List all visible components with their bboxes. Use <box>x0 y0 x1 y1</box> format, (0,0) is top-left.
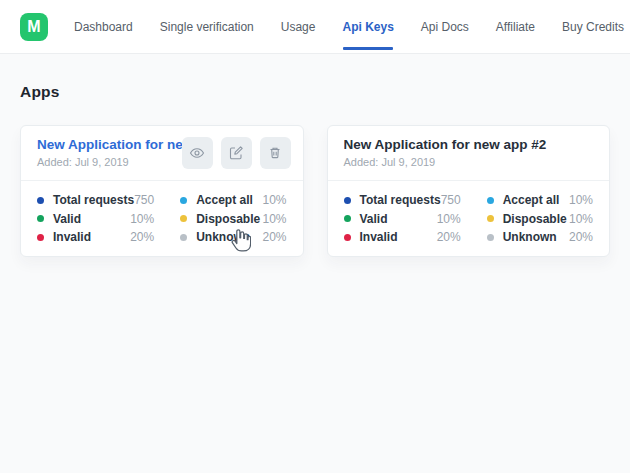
logo-letter: M <box>27 18 40 36</box>
app-card: New Application for ne... Added: Jul 9, … <box>20 125 304 257</box>
edit-button[interactable] <box>221 137 252 169</box>
stat-total-requests: Total requests 750 <box>344 191 461 210</box>
app-card: New Application for new app #2 Added: Ju… <box>327 125 611 257</box>
stat-disposable: Disposable 10% <box>487 210 593 229</box>
app-title: New Application for new app #2 <box>344 137 584 152</box>
stat-value: 750 <box>441 193 461 207</box>
app-cards-row: New Application for ne... Added: Jul 9, … <box>20 125 610 257</box>
app-logo[interactable]: M <box>20 13 48 41</box>
stat-dot <box>344 215 351 222</box>
stat-accept-all: Accept all 10% <box>487 191 593 210</box>
stat-dot <box>487 215 494 222</box>
stat-label: Disposable <box>196 212 260 226</box>
stat-label: Valid <box>360 212 388 226</box>
stat-dot <box>487 197 494 204</box>
stat-value: 10% <box>130 212 154 226</box>
card-header: New Application for new app #2 Added: Ju… <box>328 126 610 181</box>
stat-label: Accept all <box>196 193 253 207</box>
card-actions <box>182 137 291 169</box>
nav-item-usage[interactable]: Usage <box>281 0 316 53</box>
nav-item-dashboard[interactable]: Dashboard <box>74 0 133 53</box>
page-title: Apps <box>20 54 610 101</box>
top-nav: M Dashboard Single verification Usage Ap… <box>0 0 630 54</box>
stat-label: Disposable <box>503 212 567 226</box>
stat-unknown: Unknown 20% <box>180 228 286 247</box>
nav-item-buy-credits[interactable]: Buy Credits <box>562 0 624 53</box>
stats-grid: Total requests 750 Accept all 10% Valid … <box>328 181 610 257</box>
stat-label: Total requests <box>360 193 441 207</box>
stat-unknown: Unknown 20% <box>487 228 593 247</box>
stat-label: Unknown <box>503 230 557 244</box>
stat-accept-all: Accept all 10% <box>180 191 286 210</box>
stat-value: 20% <box>569 230 593 244</box>
eye-icon <box>189 145 205 161</box>
nav-item-single-verification[interactable]: Single verification <box>160 0 254 53</box>
stat-label: Unknown <box>196 230 250 244</box>
stat-dot <box>37 215 44 222</box>
stat-dot <box>344 234 351 241</box>
stat-dot <box>37 234 44 241</box>
stat-label: Invalid <box>360 230 398 244</box>
app-title-link[interactable]: New Application for ne... <box>37 137 202 152</box>
view-button[interactable] <box>182 137 213 169</box>
stat-label: Accept all <box>503 193 560 207</box>
stat-invalid: Invalid 20% <box>37 228 154 247</box>
stat-value: 10% <box>569 193 593 207</box>
delete-button[interactable] <box>260 137 291 169</box>
edit-icon <box>228 145 244 161</box>
stat-valid: Valid 10% <box>37 210 154 229</box>
stat-invalid: Invalid 20% <box>344 228 461 247</box>
nav-item-affiliate[interactable]: Affiliate <box>496 0 535 53</box>
stat-value: 10% <box>262 193 286 207</box>
stat-value: 10% <box>437 212 461 226</box>
stat-total-requests: Total requests 750 <box>37 191 154 210</box>
stat-dot <box>180 234 187 241</box>
stat-value: 20% <box>262 230 286 244</box>
stat-dot <box>37 197 44 204</box>
trash-icon <box>267 145 283 161</box>
stat-label: Valid <box>53 212 81 226</box>
stat-valid: Valid 10% <box>344 210 461 229</box>
stat-value: 20% <box>437 230 461 244</box>
stat-dot <box>180 197 187 204</box>
nav-item-api-docs[interactable]: Api Docs <box>421 0 469 53</box>
stat-label: Total requests <box>53 193 134 207</box>
main-nav: Dashboard Single verification Usage Api … <box>74 0 624 53</box>
stat-value: 20% <box>130 230 154 244</box>
stat-dot <box>487 234 494 241</box>
stat-disposable: Disposable 10% <box>180 210 286 229</box>
stat-dot <box>344 197 351 204</box>
stat-value: 10% <box>262 212 286 226</box>
stat-value: 750 <box>134 193 154 207</box>
stats-grid: Total requests 750 Accept all 10% Valid … <box>21 181 303 257</box>
nav-item-api-keys[interactable]: Api Keys <box>342 0 393 53</box>
app-added-date: Added: Jul 9, 2019 <box>344 156 594 168</box>
stat-label: Invalid <box>53 230 91 244</box>
main-content: Apps New Application for ne... Added: Ju… <box>0 54 630 473</box>
stat-value: 10% <box>569 212 593 226</box>
stat-dot <box>180 215 187 222</box>
